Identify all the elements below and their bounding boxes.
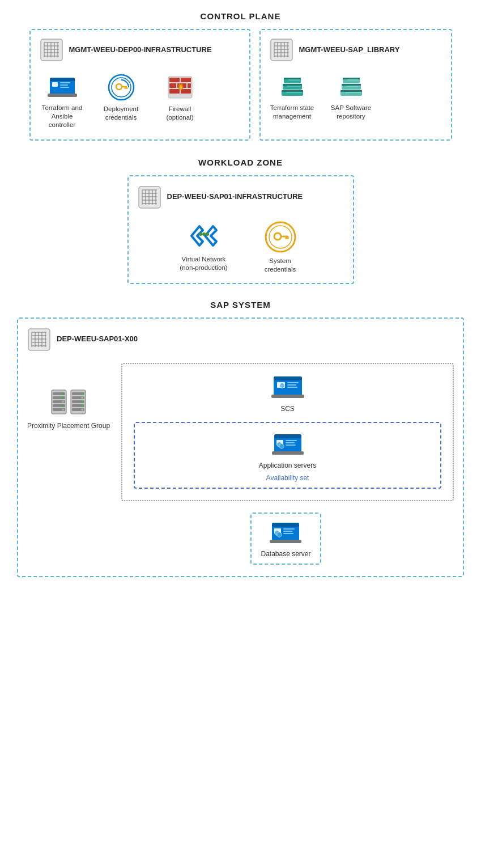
svg-rect-27 xyxy=(169,83,176,88)
svg-point-77 xyxy=(274,233,281,240)
svg-point-72 xyxy=(199,232,202,236)
system-credentials-item: System credentials xyxy=(255,221,306,274)
app-servers-item: Application servers xyxy=(144,431,431,469)
sapsoftware-label: SAP Software repository xyxy=(329,104,374,121)
svg-rect-127 xyxy=(286,442,295,443)
svg-point-20 xyxy=(116,84,122,90)
svg-rect-25 xyxy=(169,78,180,82)
svg-point-73 xyxy=(202,232,206,236)
svg-rect-120 xyxy=(287,387,297,388)
svg-point-111 xyxy=(81,400,83,403)
ppg-icon xyxy=(49,386,88,418)
db-server-inner: Database server xyxy=(261,519,310,558)
svg-rect-46 xyxy=(283,84,302,86)
svg-rect-30 xyxy=(169,89,180,94)
deployment-credentials-item: Deployment credentials xyxy=(99,73,144,122)
svg-rect-128 xyxy=(286,444,296,446)
workload-infra-icon xyxy=(138,185,161,209)
scs-icon xyxy=(271,373,304,401)
terraform-icon-item: Terraform and Ansible controller xyxy=(40,73,85,129)
svg-rect-134 xyxy=(283,531,292,532)
svg-rect-14 xyxy=(52,82,58,87)
right-box-icons: Terraform state management xyxy=(270,73,442,121)
svg-point-109 xyxy=(81,392,83,395)
svg-point-100 xyxy=(62,400,64,403)
app-servers-label: Application servers xyxy=(259,461,316,469)
control-plane-title: CONTROL PLANE xyxy=(17,11,464,21)
svg-rect-126 xyxy=(286,440,297,441)
scs-item: SCS xyxy=(134,373,441,413)
scs-label: SCS xyxy=(280,405,295,413)
svg-point-99 xyxy=(62,396,64,399)
deployment-credentials-label: Deployment credentials xyxy=(99,105,144,122)
workload-icons-row: Virtual Network (non-production) System … xyxy=(138,221,344,274)
sap-system-box-title: DEP-WEEU-SAP01-X00 xyxy=(57,335,138,344)
svg-rect-53 xyxy=(340,90,362,92)
db-server-dashed-box: Database server xyxy=(250,513,321,565)
sap-system-box: DEP-WEEU-SAP01-X00 xyxy=(17,317,464,577)
tfstate-icon-item: Terraform state management xyxy=(270,73,315,121)
terraform-ansible-icon xyxy=(48,73,77,100)
svg-rect-29 xyxy=(188,83,191,88)
left-box-icons: Terraform and Ansible controller Depl xyxy=(40,73,240,129)
deployment-credentials-icon xyxy=(107,73,135,101)
svg-point-98 xyxy=(62,392,64,395)
workload-box-title: DEP-WEEU-SAP01-INFRASTRUCTURE xyxy=(167,192,303,202)
svg-rect-115 xyxy=(274,376,302,380)
ppg-label: Proximity Placement Group xyxy=(27,422,110,431)
workload-zone-section: WORKLOAD ZONE DEP-WEEU-SAP01-INFRA xyxy=(17,158,464,284)
svg-rect-26 xyxy=(181,78,191,82)
db-server-item: Database server xyxy=(118,513,454,565)
svg-rect-116 xyxy=(271,395,304,398)
sap-inner-dotted-box: SCS xyxy=(121,363,454,501)
db-server-icon xyxy=(270,519,301,547)
infra-icon-left xyxy=(40,38,63,62)
svg-point-74 xyxy=(206,232,209,236)
control-plane-section: CONTROL PLANE xyxy=(17,11,464,141)
sap-system-infra-icon xyxy=(27,328,51,352)
availability-set-label: Availability set xyxy=(144,474,431,482)
left-box-title: MGMT-WEEU-DEP00-INFRASTRUCTURE xyxy=(69,45,212,55)
svg-rect-57 xyxy=(343,78,360,79)
svg-rect-119 xyxy=(287,384,296,386)
workload-box-header: DEP-WEEU-SAP01-INFRASTRUCTURE xyxy=(138,185,344,209)
sap-system-title: SAP SYSTEM xyxy=(17,300,464,310)
svg-point-112 xyxy=(81,404,83,407)
system-credentials-icon xyxy=(264,221,297,253)
svg-rect-16 xyxy=(60,84,68,86)
svg-rect-31 xyxy=(181,89,191,94)
ppg-item: Proximity Placement Group xyxy=(27,363,110,431)
svg-rect-17 xyxy=(60,87,69,88)
right-box-title: MGMT-WEEU-SAP_LIBRARY xyxy=(299,45,400,55)
svg-point-113 xyxy=(81,408,83,410)
system-credentials-label: System credentials xyxy=(255,257,306,274)
firewall-label: Firewall (optional) xyxy=(158,105,203,122)
right-sap-library-box: MGMT-WEEU-SAP_LIBRARY xyxy=(259,29,452,141)
svg-rect-13 xyxy=(48,94,77,97)
app-servers-icon xyxy=(272,431,304,458)
svg-point-101 xyxy=(62,404,64,407)
workload-zone-title: WORKLOAD ZONE xyxy=(17,158,464,167)
sapsoftware-icon xyxy=(337,73,365,100)
vnet-icon-item: Virtual Network (non-production) xyxy=(176,221,232,272)
sap-system-section: SAP SYSTEM DEP-WEEU-SAP01-X00 xyxy=(17,300,464,577)
workload-zone-box: DEP-WEEU-SAP01-INFRASTRUCTURE Virtual Ne… xyxy=(127,175,354,284)
sap-system-body: Proximity Placement Group xyxy=(27,363,454,501)
sapsoftware-icon-item: SAP Software repository xyxy=(329,73,374,121)
svg-rect-133 xyxy=(283,528,295,530)
tfstate-icon xyxy=(278,73,307,100)
right-box-header: MGMT-WEEU-SAP_LIBRARY xyxy=(270,38,442,62)
infra-icon-right xyxy=(270,38,293,62)
left-box-header: MGMT-WEEU-DEP00-INFRASTRUCTURE xyxy=(40,38,240,62)
firewall-icon-item: Firewall (optional) xyxy=(158,73,203,122)
svg-rect-131 xyxy=(270,540,301,543)
vnet-label: Virtual Network (non-production) xyxy=(176,255,232,272)
svg-point-102 xyxy=(62,408,64,410)
sap-system-header: DEP-WEEU-SAP01-X00 xyxy=(27,328,454,352)
svg-rect-124 xyxy=(272,451,304,455)
availability-set-box: Application servers Availability set xyxy=(134,422,441,489)
svg-rect-135 xyxy=(283,533,293,534)
svg-rect-55 xyxy=(342,84,361,86)
tfstate-label: Terraform state management xyxy=(270,104,315,121)
svg-rect-48 xyxy=(284,78,301,79)
